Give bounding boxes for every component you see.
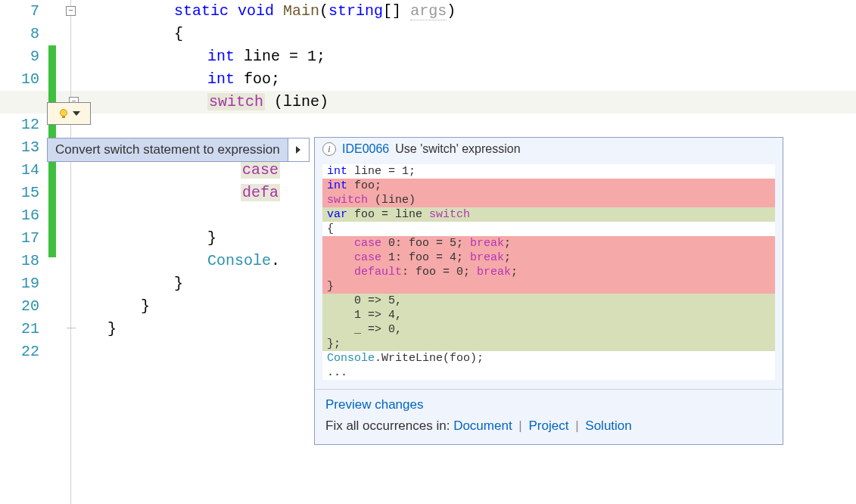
identifier: line: [283, 93, 319, 110]
change-indicator-margin: [48, 0, 56, 504]
fold-end-tick: [67, 328, 76, 328]
line-number: 20: [0, 295, 39, 318]
fix-in-project-link[interactable]: Project: [529, 418, 569, 433]
parameter: args: [410, 2, 447, 20]
brace: }: [107, 320, 117, 338]
diff-line: ...: [322, 366, 775, 380]
line-number: 9: [0, 45, 39, 68]
line-number: 21: [0, 318, 39, 341]
diff-line-added: 1 => 4,: [322, 308, 775, 322]
quick-actions-menu: Convert switch statement to expression: [47, 138, 310, 162]
keyword: void: [238, 2, 274, 20]
fold-toggle-icon[interactable]: −: [66, 6, 76, 16]
diagnostic-message: Use 'switch' expression: [395, 142, 520, 156]
code-line[interactable]: int line = 1;: [79, 45, 856, 68]
preview-footer: Preview changes Fix all occurrences in: …: [315, 389, 783, 444]
diagnostic-code: IDE0066: [342, 142, 389, 156]
diff-line: {: [322, 222, 775, 236]
diff-line-added: };: [322, 337, 775, 351]
line-number: 7: [0, 0, 39, 23]
diff-line-removed: default: foo = 0; break;: [322, 265, 775, 279]
lightbulb-icon: [58, 107, 70, 120]
outline-guide: [70, 0, 71, 504]
line-number: 13: [0, 136, 39, 159]
method-name: Main: [283, 2, 319, 20]
brace: }: [207, 229, 216, 247]
keyword: static: [174, 2, 229, 20]
line-number: 15: [0, 182, 39, 204]
punct: ;: [271, 70, 280, 88]
line-number: 17: [0, 227, 39, 250]
code-line[interactable]: static void Main(string[] args): [79, 0, 856, 23]
code-line[interactable]: {: [79, 23, 856, 45]
line-number: 16: [0, 204, 39, 227]
quick-action-label: Convert switch statement to expression: [55, 142, 280, 157]
brackets: []: [383, 2, 401, 20]
line-number: 12: [0, 114, 39, 136]
diff-preview: int line = 1; int foo; switch (line) var…: [322, 164, 775, 380]
quick-action-submenu-button[interactable]: [288, 138, 310, 162]
number: 1: [307, 48, 316, 65]
line-number: 19: [0, 272, 39, 295]
line-number: 14: [0, 159, 39, 182]
diff-line-removed: int foo;: [322, 179, 775, 193]
operator: =: [289, 48, 298, 65]
code-line[interactable]: [79, 114, 856, 136]
code-folding-margin[interactable]: − −: [56, 0, 79, 504]
paren: ): [319, 93, 328, 110]
code-line[interactable]: int foo;: [79, 68, 856, 91]
keyword-default: defa: [241, 184, 280, 201]
diff-line-added: _ => 0,: [322, 322, 775, 337]
preview-changes-link[interactable]: Preview changes: [325, 397, 423, 412]
paren: (: [274, 93, 283, 110]
diff-line-removed: switch (line): [322, 193, 775, 207]
punct: .: [271, 252, 280, 269]
diff-line-added: 0 => 5,: [322, 294, 775, 308]
line-number: 22: [0, 341, 39, 363]
fix-in-document-link[interactable]: Document: [453, 418, 512, 433]
line-number-gutter: 7 8 9 10 11 12 13 14 15 16 17 18 19 20 2…: [0, 0, 48, 504]
diff-line: int line = 1;: [322, 164, 775, 179]
identifier: line: [244, 48, 280, 65]
keyword-switch: switch: [207, 93, 265, 110]
separator: |: [518, 418, 521, 433]
class-name: Console: [207, 252, 271, 269]
line-number: 10: [0, 68, 39, 91]
punct: ;: [316, 48, 325, 65]
quick-action-convert-switch[interactable]: Convert switch statement to expression: [47, 138, 288, 162]
diff-line-removed: }: [322, 279, 775, 294]
line-number: 8: [0, 23, 39, 45]
fix-all-label: Fix all occurrences in:: [325, 418, 453, 433]
keyword: int: [207, 70, 235, 88]
diff-line-removed: case 1: foo = 4; break;: [322, 250, 775, 265]
brace: }: [174, 275, 183, 292]
keyword: string: [328, 2, 383, 20]
diff-line: Console.WriteLine(foo);: [322, 351, 775, 366]
keyword-case: case: [241, 161, 280, 179]
info-icon: i: [322, 142, 336, 156]
svg-point-0: [61, 110, 67, 117]
keyword: int: [207, 48, 235, 65]
svg-rect-1: [62, 116, 65, 118]
brace: }: [141, 297, 150, 315]
fix-in-solution-link[interactable]: Solution: [585, 418, 631, 433]
brace: {: [174, 25, 183, 42]
code-line[interactable]: switch (line): [79, 91, 856, 114]
chevron-right-icon: [296, 146, 300, 154]
identifier: foo: [244, 70, 271, 88]
quick-actions-lightbulb-button[interactable]: [47, 102, 91, 125]
separator: |: [575, 418, 578, 433]
diff-line-removed: case 0: foo = 5; break;: [322, 236, 775, 250]
quick-action-preview-panel: i IDE0066 Use 'switch' expression int li…: [314, 137, 783, 445]
chevron-down-icon: [73, 111, 80, 116]
line-number: 18: [0, 250, 39, 272]
preview-header: i IDE0066 Use 'switch' expression: [315, 138, 783, 164]
diff-line-added: var foo = line switch: [322, 207, 775, 222]
